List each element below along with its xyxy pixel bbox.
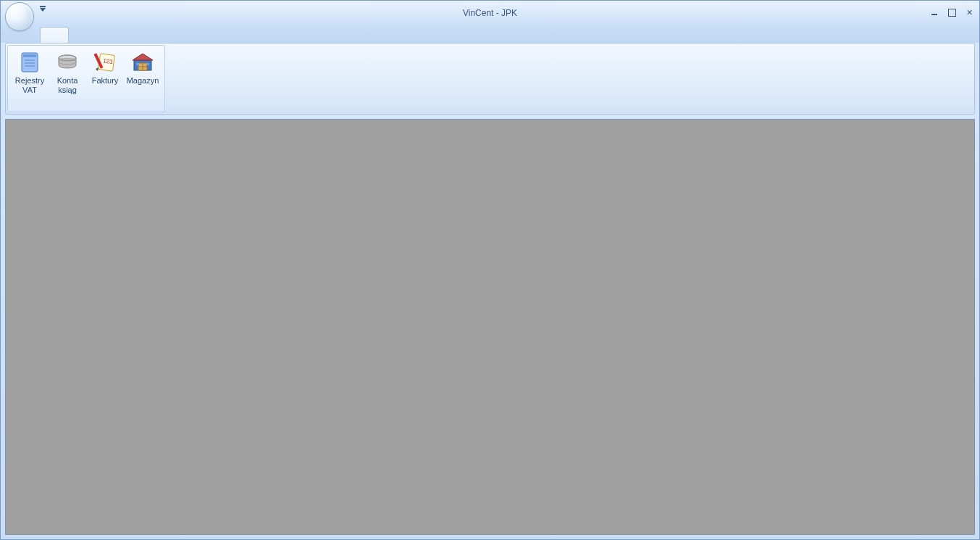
- svg-marker-11: [96, 67, 99, 71]
- ribbon-tab-active[interactable]: [40, 27, 69, 43]
- minimize-button[interactable]: [929, 7, 940, 18]
- close-button[interactable]: [963, 7, 975, 18]
- warehouse-icon: [130, 50, 156, 75]
- ribbon-button-faktury[interactable]: 123 Faktury: [86, 47, 124, 110]
- ribbon: Rejestry VAT Konta ksiąg 123: [5, 43, 975, 115]
- svg-rect-1: [23, 54, 36, 57]
- ribbon-group: Rejestry VAT Konta ksiąg 123: [7, 45, 165, 112]
- books-icon: [54, 50, 80, 75]
- ribbon-button-label: Konta ksiąg: [57, 76, 78, 95]
- notepad-icon: [17, 50, 43, 75]
- quick-access-dropdown[interactable]: [40, 8, 46, 12]
- app-menu-orb[interactable]: [5, 2, 34, 31]
- svg-rect-17: [136, 63, 139, 65]
- invoice-icon: 123: [92, 50, 118, 75]
- ribbon-button-rejestry-vat[interactable]: Rejestry VAT: [11, 47, 49, 110]
- title-bar: VinCent - JPK: [1, 1, 979, 27]
- ribbon-button-label: Faktury: [92, 76, 119, 86]
- ribbon-button-konta-ksiag[interactable]: Konta ksiąg: [49, 47, 86, 110]
- window-controls: [929, 7, 975, 18]
- ribbon-tab-strip: [1, 27, 979, 43]
- mdi-workspace: [5, 119, 975, 535]
- ribbon-button-label: Rejestry VAT: [15, 76, 44, 95]
- ribbon-button-magazyn[interactable]: Magazyn: [124, 47, 162, 110]
- maximize-button[interactable]: [946, 7, 958, 18]
- svg-rect-18: [146, 63, 149, 65]
- window-title: VinCent - JPK: [1, 8, 979, 18]
- ribbon-button-label: Magazyn: [127, 76, 159, 86]
- svg-marker-13: [133, 54, 153, 60]
- svg-text:123: 123: [103, 57, 114, 65]
